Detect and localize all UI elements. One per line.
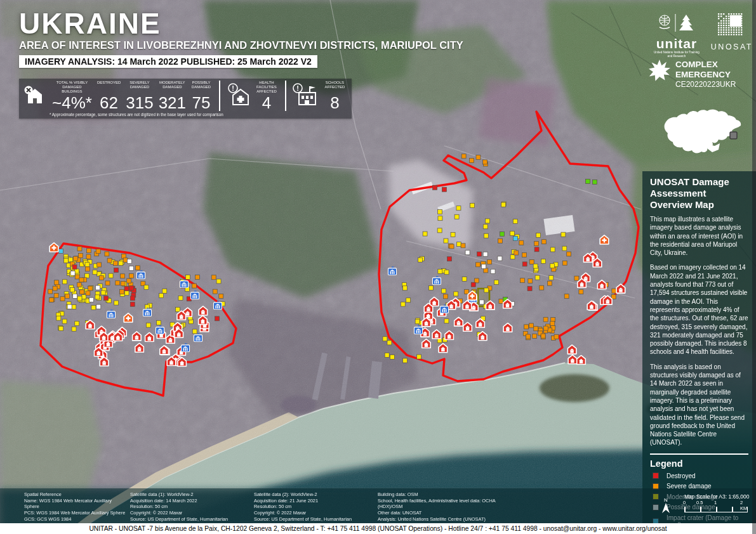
legend-swatch-square [650,472,666,479]
damage-square [540,285,544,290]
damage-square [116,281,120,285]
damage-square [438,269,442,273]
damage-square [526,334,530,339]
damage-square [385,353,389,357]
damage-square [541,334,545,338]
damage-square [550,322,555,326]
damage-square [77,283,81,287]
stat-label: MODERATELY DAMAGED [159,81,186,94]
damage-square [534,327,538,331]
damage-square [443,294,448,299]
scale-tick-0: 0 [683,500,686,505]
damage-square [534,242,539,246]
damage-square [107,258,112,263]
scale-label: Map Scale for A3: 1:65,000 [684,493,756,500]
damage-square [84,273,89,278]
damage-square [437,228,442,233]
damage-square [136,266,140,270]
damage-square [185,275,190,280]
damage-square [541,240,546,244]
damage-square [484,288,489,292]
damage-square [72,327,76,331]
aoi-locator-marker [730,132,737,139]
ukraine-locator-map [656,99,743,162]
svg-text:!: ! [232,84,234,92]
unosat-grid-icon [717,13,746,38]
damage-square [62,280,67,284]
damage-square [48,289,53,294]
damage-square [483,225,487,229]
damage-square [561,232,566,237]
damage-square [522,262,527,266]
sidebar-paragraph-2: Based on imagery collected on 14 March 2… [650,263,748,356]
stat-value: 8 [324,94,345,111]
damage-square [124,291,129,296]
damage-square [96,285,100,290]
damage-square [550,264,555,268]
damage-square [213,289,217,294]
damage-square [129,274,133,278]
damage-square [438,210,442,214]
damage-square [498,256,502,261]
damage-square [95,295,100,299]
damage-square [438,216,442,221]
damage-square [67,304,72,309]
sidebar-paragraph-3: This analysis is based on structures vis… [650,363,748,447]
damage-square [54,280,58,285]
legend-item: Destroyed [650,472,748,479]
damage-square [86,254,91,259]
damaged-building-icon [23,83,47,108]
school-icon: ! [291,82,319,109]
unosat-wordmark: UNOSAT [711,42,753,51]
scale-tick-1: 1 [714,500,717,505]
damage-square [390,355,394,359]
damage-square [114,261,118,266]
damage-square [574,276,579,280]
stats-row: TOTAL % VISIBLY DAMAGED BUILDINGS~4%*DES… [19,79,352,112]
stat-value: 321 [159,94,186,111]
damage-square [514,251,519,255]
emergency-block: COMPLEX EMERGENCY CE20220223UKR [649,60,754,89]
legend-divider [650,453,748,455]
svg-text:!: ! [296,84,299,92]
unitar-wordmark: unitar [651,37,702,50]
stat-group-2: !SCHOOLS AFFECTED8 [285,81,348,111]
damage-square [119,261,123,266]
damage-square [157,320,161,325]
stat-cell: SCHOOLS AFFECTED8 [322,81,348,111]
damage-square [77,296,82,301]
damage-square [461,244,465,248]
damage-square [415,320,420,324]
damage-square [513,219,517,224]
damage-square [611,294,616,299]
unosat-damage-map-page: { "header": { "country": "UKRAINE", "sub… [0,0,756,534]
damage-square [109,273,113,278]
damage-square [529,323,533,328]
damage-square [524,325,529,329]
image-edge [752,0,756,534]
stat-value: 75 [191,94,211,111]
damage-square [519,240,524,245]
stat-cell: TOTAL % VISIBLY DAMAGED BUILDINGS~4%* [50,81,95,111]
damage-square [75,321,79,325]
damage-square [124,287,129,291]
stat-label: DESTROYED [97,81,121,94]
damage-square [562,246,567,251]
legend-label: Destroyed [666,472,696,479]
damage-square [510,255,515,259]
damage-stats-bar: TOTAL % VISIBLY DAMAGED BUILDINGS~4%*DES… [19,79,352,119]
stats-footnote: * Approximate percentage, some structure… [19,112,352,119]
damage-square [69,257,73,262]
damage-square [195,275,199,280]
footer: Spatial Reference Name: WGS 1984 Web Mer… [0,488,756,523]
damage-square [567,252,571,256]
damage-square [534,247,539,252]
damage-square [121,281,125,285]
damage-square [114,268,119,272]
damage-square [159,294,164,298]
damage-square [465,251,470,255]
damage-square [461,154,466,159]
damage-square [442,187,446,192]
damage-square [192,329,197,334]
damage-square [471,282,475,287]
